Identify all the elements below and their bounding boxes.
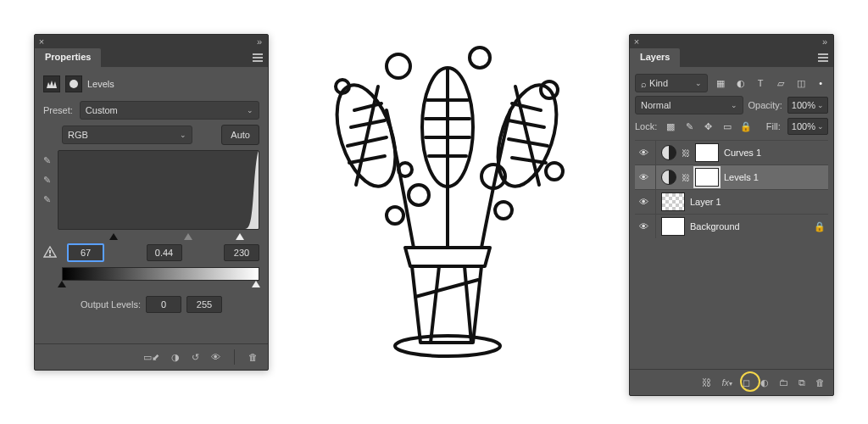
svg-line-9	[349, 156, 385, 163]
lock-icon[interactable]: 🔒	[813, 221, 826, 232]
visibility-icon[interactable]: 👁	[637, 197, 650, 207]
lock-transparency-icon[interactable]: ▩	[664, 121, 676, 132]
blend-mode-dropdown[interactable]: Normal⌄	[635, 96, 743, 114]
lock-artboard-icon[interactable]: ▭	[721, 121, 733, 132]
layer-name[interactable]: Background	[690, 221, 808, 232]
properties-panel: × » Properties Levels Preset: Custom⌄ RG…	[34, 34, 269, 371]
visibility-icon[interactable]: 👁	[211, 352, 220, 362]
layer-name[interactable]: Layer 1	[690, 197, 826, 207]
input-gamma-field[interactable]: 0.44	[147, 244, 182, 261]
tab-layers[interactable]: Layers	[630, 48, 680, 67]
gray-eyedropper-icon[interactable]: ✎	[43, 175, 51, 186]
document-canvas	[305, 25, 593, 365]
svg-line-6	[354, 103, 381, 110]
histogram-icon	[43, 75, 60, 92]
input-black-field[interactable]: 67	[67, 243, 104, 262]
opacity-label: Opacity:	[748, 100, 782, 110]
input-white-field[interactable]: 230	[224, 244, 259, 261]
clip-warning-icon[interactable]	[43, 246, 58, 259]
channel-dropdown[interactable]: RGB⌄	[62, 126, 192, 144]
preset-label: Preset:	[43, 105, 73, 115]
fx-icon[interactable]: fx▾	[721, 377, 732, 388]
svg-point-25	[387, 207, 403, 224]
trash-icon[interactable]: 🗑	[248, 352, 258, 362]
mask-thumb[interactable]	[695, 143, 719, 162]
gamma-handle[interactable]	[184, 233, 192, 240]
trash-icon[interactable]: 🗑	[815, 377, 825, 388]
collapse-icon[interactable]: »	[251, 36, 268, 47]
layer-filter-dropdown[interactable]: ⌕ Kind⌄	[635, 74, 708, 92]
panel-titlebar[interactable]: × »	[35, 35, 268, 48]
mask-icon[interactable]	[65, 75, 82, 92]
visibility-icon[interactable]: 👁	[637, 172, 650, 182]
svg-rect-34	[49, 254, 51, 256]
output-gradient[interactable]	[62, 267, 259, 281]
visibility-icon[interactable]: 👁	[637, 148, 650, 158]
output-slider-track[interactable]	[62, 281, 259, 287]
white-eyedropper-icon[interactable]: ✎	[43, 194, 51, 205]
new-layer-icon[interactable]: ⧉	[798, 377, 805, 388]
filter-shape-icon[interactable]: ▱	[773, 78, 788, 89]
svg-point-24	[409, 185, 429, 205]
layers-footer: ⛓ fx▾ ◻ ◐ 🗀 ⧉ 🗑	[630, 369, 833, 395]
svg-line-1	[431, 266, 439, 343]
mask-thumb[interactable]	[695, 168, 719, 187]
filter-toggle-icon[interactable]: •	[813, 78, 828, 88]
panel-menu-icon[interactable]	[248, 48, 268, 67]
auto-button[interactable]: Auto	[221, 125, 259, 145]
layer-thumb[interactable]	[661, 192, 685, 211]
layer-row[interactable]: 👁 Background 🔒	[635, 214, 828, 238]
svg-line-21	[512, 158, 546, 163]
layer-thumb[interactable]	[661, 217, 685, 236]
new-adjustment-icon[interactable]: ◐	[760, 377, 769, 388]
output-white-field[interactable]: 255	[186, 296, 222, 313]
visibility-icon[interactable]: 👁	[637, 221, 650, 232]
svg-rect-33	[49, 250, 51, 254]
input-slider-track[interactable]	[62, 233, 259, 240]
svg-point-22	[387, 54, 410, 78]
output-black-field[interactable]: 0	[146, 296, 181, 313]
histogram[interactable]	[58, 150, 259, 230]
link-layers-icon[interactable]: ⛓	[702, 377, 711, 388]
filter-type-icon[interactable]: T	[753, 78, 768, 88]
lock-position-icon[interactable]: ✥	[702, 121, 714, 132]
svg-point-32	[70, 80, 78, 88]
link-icon[interactable]: ⛓	[682, 173, 690, 182]
black-point-handle[interactable]	[109, 233, 118, 240]
link-icon[interactable]: ⛓	[682, 148, 690, 158]
layer-row[interactable]: 👁 ⛓ Curves 1	[635, 140, 828, 165]
layer-name[interactable]: Curves 1	[724, 148, 826, 158]
close-icon[interactable]: ×	[630, 36, 643, 47]
layer-name[interactable]: Levels 1	[724, 172, 826, 182]
black-eyedropper-icon[interactable]: ✎	[43, 155, 51, 166]
close-icon[interactable]: ×	[35, 36, 48, 47]
preset-dropdown[interactable]: Custom⌄	[80, 101, 259, 120]
lock-all-icon[interactable]: 🔒	[740, 121, 752, 132]
svg-point-23	[470, 47, 490, 68]
reset-icon[interactable]: ↺	[192, 352, 199, 363]
properties-footer: ▭⬋ ◑ ↺ 👁 🗑	[35, 343, 268, 370]
white-point-handle[interactable]	[236, 233, 244, 240]
svg-point-28	[495, 202, 512, 219]
layer-row[interactable]: 👁 ⛓ Levels 1	[635, 165, 828, 189]
output-white-handle[interactable]	[252, 281, 260, 287]
add-mask-icon[interactable]: ◻	[743, 377, 750, 388]
output-levels-label: Output Levels:	[81, 299, 141, 310]
lock-pixels-icon[interactable]: ✎	[683, 121, 695, 132]
collapse-icon[interactable]: »	[816, 36, 833, 47]
view-previous-icon[interactable]: ◑	[171, 352, 180, 363]
clip-to-layer-icon[interactable]: ▭⬋	[143, 352, 159, 363]
filter-pixel-icon[interactable]: ▦	[713, 78, 728, 89]
output-black-handle[interactable]	[58, 281, 66, 287]
panel-menu-icon[interactable]	[813, 48, 833, 67]
svg-line-17	[515, 86, 539, 185]
filter-adjustment-icon[interactable]: ◐	[733, 78, 748, 89]
new-group-icon[interactable]: 🗀	[779, 377, 788, 388]
tab-properties[interactable]: Properties	[35, 48, 101, 67]
svg-point-30	[546, 163, 563, 180]
filter-smart-icon[interactable]: ◫	[793, 78, 809, 89]
panel-titlebar[interactable]: × »	[630, 35, 833, 48]
layer-row[interactable]: 👁 Layer 1	[635, 189, 828, 214]
fill-field[interactable]: 100%⌄	[787, 118, 828, 135]
opacity-field[interactable]: 100%⌄	[787, 97, 828, 114]
